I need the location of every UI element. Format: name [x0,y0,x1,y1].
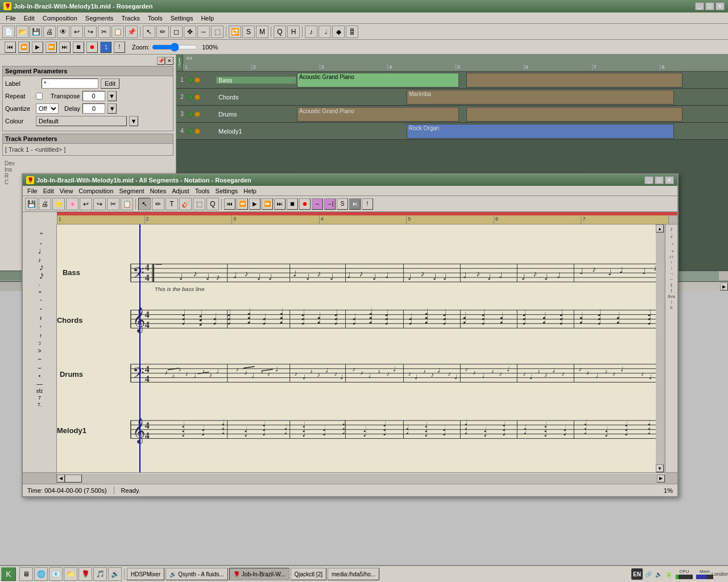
notation-loop-btn[interactable]: ↔ [312,198,323,210]
right-panel-icon-2[interactable]: ♩ [670,232,673,239]
colour-button[interactable]: Default [36,116,127,126]
notation-undo-icon[interactable]: ↩ [80,198,92,210]
dotted-note[interactable]: · [39,281,40,288]
main-vscroll[interactable] [719,271,728,280]
notation-menu-edit[interactable]: Edit [41,187,56,195]
segment-drums-2[interactable] [466,107,682,122]
menu-composition[interactable]: Composition [39,14,81,23]
notation-print-icon[interactable]: 🖨 [39,198,51,210]
right-panel-icon-9[interactable]: ← [669,277,674,282]
cut-icon[interactable]: ✂ [98,26,110,38]
delay-input[interactable] [82,103,105,114]
notation-active-btn[interactable]: ⏯ [349,198,361,210]
systray-keyboard-icon[interactable]: EN [631,568,643,580]
notation-flower-icon[interactable]: 🌸 [66,198,78,210]
menu-edit[interactable]: Edit [20,14,38,23]
close-button[interactable]: ✕ [715,2,725,10]
save-icon[interactable]: 💾 [30,26,42,38]
punch-button[interactable]: ! [114,41,125,53]
track-mute-1[interactable] [188,77,193,83]
right-panel-icon-14[interactable]: ≡ [670,305,673,310]
notation-play-btn[interactable]: ▶ [249,198,260,210]
transpose-input[interactable] [82,91,105,101]
right-panel-icon-11[interactable]: † [670,288,672,293]
notation-menu-help[interactable]: Help [241,187,259,195]
right-panel-icon-7[interactable]: ↓ [671,265,673,271]
quicklaunch-4[interactable]: 📁 [64,567,77,581]
track-name-3[interactable]: Drums [216,111,296,118]
mute-icon[interactable]: M [256,26,268,38]
quantize-select[interactable]: Off [36,103,59,114]
menu-file[interactable]: File [2,14,19,23]
notation-stop-btn[interactable]: ⏹ [287,198,298,210]
notation-menu-file[interactable]: File [25,187,40,195]
right-panel-icon-1[interactable]: ♪ [670,226,673,232]
systray-volume-icon[interactable]: 🔈 [654,569,663,579]
copy-icon[interactable]: 📋 [111,26,124,38]
resize-tool-icon[interactable]: ↔ [197,26,210,38]
quicklaunch-2[interactable]: 🌐 [34,567,48,581]
tenuto-symbol[interactable]: — [36,380,43,387]
select-tool-icon[interactable]: ⬚ [211,26,224,38]
notation-draw-icon[interactable]: ✏ [152,198,164,210]
solo-icon[interactable]: S [242,26,255,38]
paste-icon[interactable]: 📌 [125,26,138,38]
segment-bass-1[interactable]: Acoustic Grand Piano [297,73,459,88]
label-input[interactable] [42,78,98,89]
notation-hscroll[interactable]: ◀ ▶ [57,474,665,483]
midi-icon[interactable]: ♪ [305,26,317,38]
fast-forward-button[interactable]: ⏩ [46,41,57,53]
notation-menu-view[interactable]: View [57,187,76,195]
humanize-icon[interactable]: H [287,26,300,38]
track-record-3[interactable] [195,111,200,117]
notation-hscroll-right-btn[interactable]: ▶ [657,475,665,483]
menu-tools[interactable]: Tools [144,14,166,23]
pointer-tool-icon[interactable]: ↖ [143,26,155,38]
notation-menu-settings[interactable]: Settings [213,187,241,195]
slur-symbol[interactable]: ⌣ [38,364,42,371]
mixer-icon[interactable]: 🎛 [346,26,358,38]
rewind-button[interactable]: ⏪ [18,41,30,53]
to-start-button[interactable]: ⏮ [5,41,16,53]
draw-tool-icon[interactable]: ✏ [156,26,169,38]
notation-menu-tools[interactable]: Tools [193,187,212,195]
score-scroll-up[interactable]: ▲ [656,225,664,232]
sfz-symbol[interactable]: sfz [36,388,43,394]
loop-icon[interactable]: 🔁 [229,26,241,38]
quantize-icon[interactable]: Q [274,26,286,38]
notation-rewind-btn[interactable]: ⏪ [237,198,248,210]
quicklaunch-6[interactable]: 🎵 [93,567,107,581]
notation-hscroll-thumb[interactable] [65,475,82,483]
systray-clock[interactable]: London [715,569,725,579]
notation-to-end-btn[interactable]: ⏭ [274,198,286,210]
notation-to-start-btn[interactable]: ⏮ [224,198,235,210]
delay-down-button[interactable]: ▼ [107,103,117,114]
notation-save-icon[interactable]: 💾 [25,198,38,210]
notation-punch-in-btn[interactable]: →| [324,198,336,210]
taskbar-qjackctl[interactable]: Qjackctl [2] [291,568,326,580]
notation-quantize-icon[interactable]: Q [206,198,219,210]
new-icon[interactable]: 📄 [2,26,15,38]
play-button[interactable]: ▶ [32,41,43,53]
track-mute-2[interactable] [188,94,193,100]
erase-tool-icon[interactable]: ◻ [170,26,183,38]
panel-close-button[interactable]: ✕ [166,57,173,65]
quicklaunch-3[interactable]: 📧 [49,567,63,581]
start-button[interactable]: K [1,567,16,581]
eighth-note-1[interactable]: ♪ [38,256,42,263]
notation-menu-notes[interactable]: Notes [148,187,169,195]
triplet-symbol[interactable]: 3 [38,340,41,346]
minimize-button[interactable]: _ [695,2,704,10]
taskbar-rosegarden[interactable]: 🌹 Job-In-Brazil-W... [229,568,289,580]
notation-copy-icon[interactable]: 📋 [121,198,133,210]
notation-record-btn[interactable]: ⏺ [299,198,311,210]
notation-solo-btn[interactable]: S [337,198,348,210]
open-icon[interactable]: 📂 [16,26,28,38]
repeat-checkbox[interactable] [36,93,43,99]
notation-pointer-icon[interactable]: ↖ [138,198,151,210]
systray-battery-icon[interactable]: 🔋 [664,569,673,579]
notation-minimize-button[interactable]: _ [644,176,653,184]
to-end-button[interactable]: ⏭ [59,41,71,53]
track-record-1[interactable] [195,77,200,83]
move-tool-icon[interactable]: ✥ [184,26,196,38]
